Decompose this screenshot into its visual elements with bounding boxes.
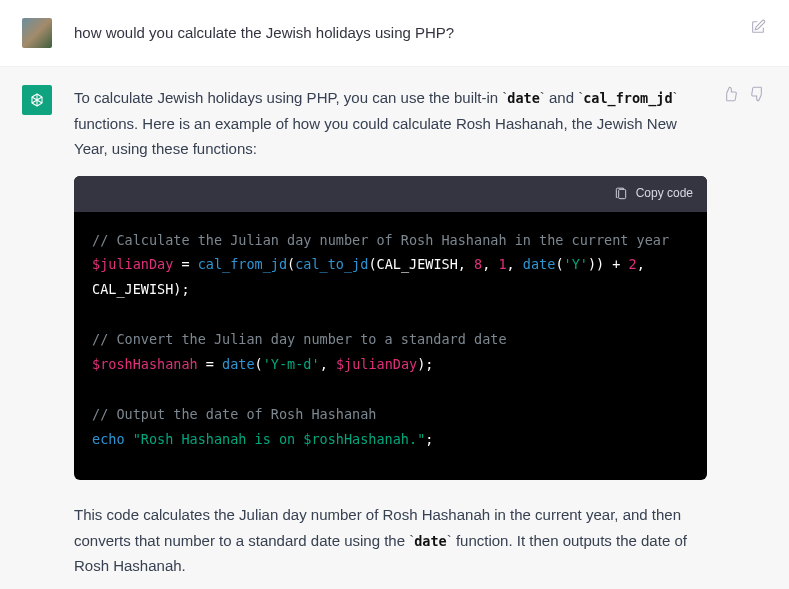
intro-text-2: and — [545, 89, 578, 106]
thumbs-down-icon[interactable] — [749, 85, 767, 103]
copy-code-button[interactable]: Copy code — [636, 183, 693, 203]
user-avatar — [22, 18, 52, 48]
assistant-actions — [721, 85, 767, 103]
openai-logo-icon — [27, 90, 47, 110]
edit-icon[interactable] — [749, 18, 767, 36]
intro-text-1: To calculate Jewish holidays using PHP, … — [74, 89, 502, 106]
assistant-message: To calculate Jewish holidays using PHP, … — [0, 67, 789, 589]
inline-code-date: date — [507, 90, 540, 106]
inline-code-calfromjd: cal_from_jd — [583, 90, 672, 106]
code-var-julianday: $julianDay — [92, 256, 173, 272]
user-message: how would you calculate the Jewish holid… — [0, 0, 789, 67]
code-comment-1: // Calculate the Julian day number of Ro… — [92, 232, 669, 248]
code-header: Copy code — [74, 176, 707, 212]
thumbs-up-icon[interactable] — [721, 85, 739, 103]
code-body: // Calculate the Julian day number of Ro… — [74, 212, 707, 481]
assistant-intro: To calculate Jewish holidays using PHP, … — [74, 85, 707, 162]
code-comment-3: // Output the date of Rosh Hashanah — [92, 406, 376, 422]
user-actions — [749, 18, 767, 36]
inline-code-date-2: date — [414, 533, 447, 549]
code-var-roshhashanah: $roshHashanah — [92, 356, 198, 372]
intro-text-3: functions. Here is an example of how you… — [74, 115, 677, 158]
user-text: how would you calculate the Jewish holid… — [74, 18, 767, 48]
code-block: Copy code // Calculate the Julian day nu… — [74, 176, 707, 481]
svg-rect-0 — [618, 189, 625, 198]
assistant-content: To calculate Jewish holidays using PHP, … — [74, 85, 767, 589]
assistant-avatar — [22, 85, 52, 115]
assistant-outro: This code calculates the Julian day numb… — [74, 502, 707, 579]
code-comment-2: // Convert the Julian day number to a st… — [92, 331, 507, 347]
clipboard-icon[interactable] — [612, 185, 630, 203]
